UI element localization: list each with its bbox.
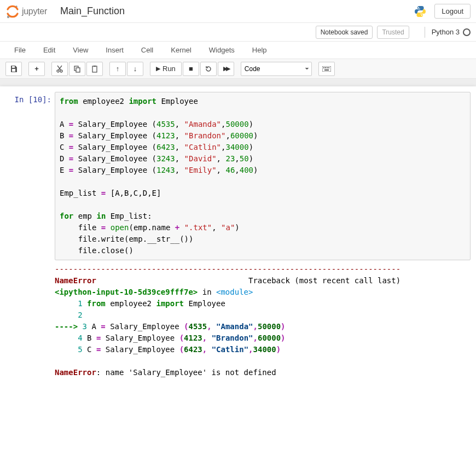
command-palette-button[interactable] [318, 62, 335, 76]
insert-cell-button[interactable]: + [28, 62, 45, 76]
jupyter-logo[interactable]: jupyter [5, 4, 47, 19]
input-prompt: In [10]: [5, 92, 55, 378]
menu-edit[interactable]: Edit [34, 43, 64, 57]
menu-kernel[interactable]: Kernel [162, 43, 200, 57]
move-down-button[interactable]: ↓ [127, 62, 143, 76]
menu-cell[interactable]: Cell [132, 43, 162, 57]
svg-rect-5 [76, 68, 80, 72]
header: jupyter Main_Function Logout [0, 0, 476, 23]
svg-point-3 [60, 70, 62, 72]
menu-insert[interactable]: Insert [97, 43, 132, 57]
svg-rect-10 [325, 67, 326, 68]
svg-point-1 [7, 15, 9, 17]
copy-button[interactable] [69, 62, 85, 76]
svg-rect-6 [92, 66, 97, 72]
restart-run-all-button[interactable]: ▶▶ [218, 62, 234, 76]
logout-button[interactable]: Logout [434, 4, 471, 19]
save-button[interactable] [5, 62, 22, 76]
notebook-container[interactable]: In [10]: from employee2 import Employee … [0, 79, 476, 450]
svg-rect-7 [94, 66, 96, 67]
svg-rect-8 [322, 66, 331, 72]
move-up-button[interactable]: ↑ [109, 62, 126, 76]
notebook-saved-badge: Notebook saved [316, 26, 373, 39]
notebook-title[interactable]: Main_Function [60, 5, 125, 17]
paste-button[interactable] [86, 62, 103, 76]
menu-help[interactable]: Help [243, 43, 276, 57]
notification-bar: Notebook saved Trusted Python 3 [0, 23, 476, 42]
jupyter-text: jupyter [22, 7, 47, 16]
restart-button[interactable] [200, 62, 217, 76]
kernel-indicator: Python 3 [425, 27, 471, 38]
menu-view[interactable]: View [64, 43, 97, 57]
menu-widgets[interactable]: Widgets [200, 43, 243, 57]
svg-rect-9 [323, 67, 324, 68]
menu-file[interactable]: File [5, 43, 34, 57]
code-input[interactable]: from employee2 import Employee A = Salar… [55, 92, 471, 260]
svg-rect-11 [327, 67, 328, 68]
svg-point-2 [57, 70, 59, 72]
cut-button[interactable] [51, 62, 68, 76]
output-traceback: ----------------------------------------… [55, 260, 471, 378]
menu-bar: FileEditViewInsertCellKernelWidgetsHelp [0, 42, 476, 59]
kernel-name[interactable]: Python 3 [432, 28, 460, 36]
jupyter-icon [5, 4, 20, 19]
toolbar: + ↑ ↓ ▶Run ■ ▶▶ Code [0, 59, 476, 79]
trusted-badge[interactable]: Trusted [377, 26, 409, 39]
cell-type-select[interactable]: Code [241, 62, 312, 76]
kernel-status-icon[interactable] [463, 28, 471, 36]
code-cell[interactable]: In [10]: from employee2 import Employee … [5, 92, 471, 378]
interrupt-button[interactable]: ■ [183, 62, 199, 76]
notebook-inner: In [10]: from employee2 import Employee … [0, 86, 476, 450]
svg-rect-12 [328, 67, 329, 68]
run-button[interactable]: ▶Run [150, 62, 182, 76]
python-icon [414, 5, 427, 18]
svg-rect-13 [324, 69, 329, 71]
